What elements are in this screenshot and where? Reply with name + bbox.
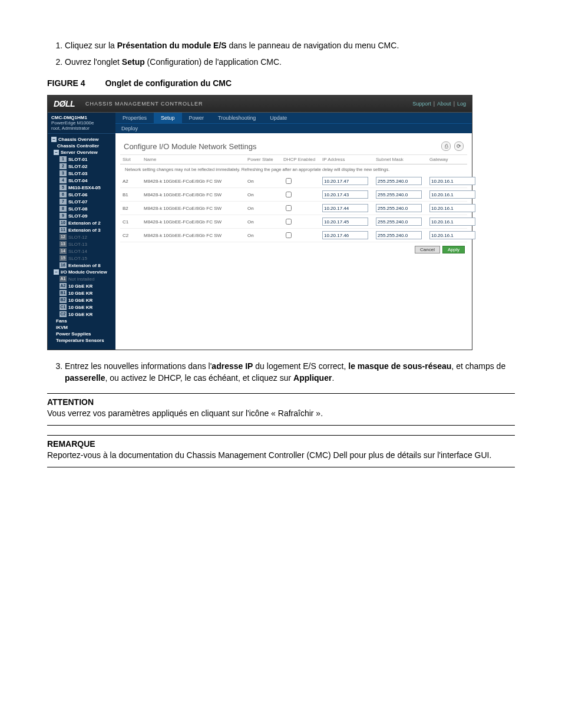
tree-iom[interactable]: B110 GbE KR xyxy=(50,289,113,297)
tree-iom[interactable]: C110 GbE KR xyxy=(50,304,113,311)
tree-slot[interactable]: 5M610-ESX4-05 xyxy=(50,184,113,191)
iom-badge: C2 xyxy=(59,311,67,317)
collapse-icon[interactable]: − xyxy=(54,269,59,275)
dhcp-checkbox[interactable] xyxy=(286,178,292,184)
tree-slot[interactable]: 14SLOT-14 xyxy=(50,248,113,255)
cmc-sidebar: CMC-DMQ1HM1 PowerEdge M1000e root, Admin… xyxy=(48,113,115,350)
figure-caption: FIGURE 4 Onglet de configuration du CMC xyxy=(47,78,515,88)
cell-power: On xyxy=(247,233,280,238)
gateway-input[interactable] xyxy=(429,177,475,185)
gateway-input[interactable] xyxy=(429,218,475,226)
tree-fans[interactable]: Fans xyxy=(50,318,113,324)
tree-slot[interactable]: 6SLOT-06 xyxy=(50,191,113,198)
gateway-input[interactable] xyxy=(429,190,475,199)
slot-label: Extension of 8 xyxy=(68,263,101,268)
attention-block: ATTENTION Vous verrez vos paramètres app… xyxy=(47,393,515,426)
tree-slot[interactable]: 3SLOT-03 xyxy=(50,170,113,177)
slot-badge: 15 xyxy=(59,255,67,261)
iom-label: 10 GbE KR xyxy=(68,305,92,310)
tree-iom[interactable]: C210 GbE KR xyxy=(50,311,113,318)
step-2: Ouvrez l'onglet Setup (Configuration) de… xyxy=(65,57,515,68)
tree-ikvm[interactable]: iKVM xyxy=(50,324,113,331)
tree-iom[interactable]: A1Not Installed xyxy=(50,275,113,282)
dhcp-checkbox[interactable] xyxy=(286,205,292,211)
tree-server-overview[interactable]: − Server Overview xyxy=(50,149,113,156)
slot-badge: 4 xyxy=(59,177,67,183)
tree-slot[interactable]: 4SLOT-04 xyxy=(50,177,113,184)
dhcp-checkbox[interactable] xyxy=(286,219,292,225)
tree-iom[interactable]: B210 GbE KR xyxy=(50,297,113,304)
grid-note: Network setting changes may not be refle… xyxy=(120,164,467,174)
instruction-list-cont: Entrez les nouvelles informations dans l… xyxy=(47,361,515,384)
tree-slot[interactable]: 15SLOT-15 xyxy=(50,255,113,262)
tree-power-supplies[interactable]: Power Supplies xyxy=(50,331,113,337)
tree-io-module-overview[interactable]: − I/O Module Overview xyxy=(50,269,113,275)
header-links: Support|About|Log xyxy=(412,101,466,107)
tree-temperature-sensors[interactable]: Temperature Sensors xyxy=(50,337,113,344)
gateway-input[interactable] xyxy=(429,204,475,212)
ip-input[interactable] xyxy=(322,177,368,185)
tab-properties[interactable]: Properties xyxy=(115,113,154,123)
cancel-button[interactable]: Cancel xyxy=(415,246,440,253)
link-support[interactable]: Support xyxy=(412,101,431,107)
tab-power[interactable]: Power xyxy=(182,113,211,123)
ip-input[interactable] xyxy=(322,190,368,199)
apply-button[interactable]: Apply xyxy=(442,246,465,253)
iom-label: 10 GbE KR xyxy=(68,284,92,289)
dell-logo: DØLL xyxy=(54,99,75,108)
table-row: C1M8428-k 10GbEE-FCoE/8Gb FC SWOn xyxy=(120,215,467,229)
refresh-icon[interactable]: ⟳ xyxy=(454,141,464,151)
table-row: B2M8428-k 10GbEE-FCoE/8Gb FC SWOn xyxy=(120,202,467,215)
tree-chassis-controller[interactable]: Chassis Controller xyxy=(50,143,113,149)
dhcp-checkbox[interactable] xyxy=(286,232,292,238)
table-row: C2M8428-k 10GbEE-FCoE/8Gb FC SWOn xyxy=(120,229,467,242)
tree-slot[interactable]: 9SLOT-09 xyxy=(50,212,113,219)
table-row: A2M8428-k 10GbEE-FCoE/8Gb FC SWOn xyxy=(120,174,467,188)
subnet-input[interactable] xyxy=(376,218,422,226)
gateway-input[interactable] xyxy=(429,231,475,239)
subtab-deploy[interactable]: Deploy xyxy=(115,124,144,133)
ip-input[interactable] xyxy=(322,218,368,226)
collapse-icon[interactable]: − xyxy=(54,150,59,155)
slot-label: SLOT-01 xyxy=(68,157,87,162)
tree-chassis-overview[interactable]: − Chassis Overview xyxy=(50,136,113,143)
dhcp-checkbox[interactable] xyxy=(286,192,292,197)
tree-slot[interactable]: 10Extension of 2 xyxy=(50,219,113,226)
io-grid: Slot Name Power State DHCP Enabled IP Ad… xyxy=(120,155,467,257)
tree-slot[interactable]: 13SLOT-13 xyxy=(50,241,113,248)
slot-label: Extension of 2 xyxy=(68,220,101,226)
slot-label: Extension of 3 xyxy=(68,228,101,233)
subnet-input[interactable] xyxy=(376,204,422,212)
ip-input[interactable] xyxy=(322,204,368,212)
tab-troubleshooting[interactable]: Troubleshooting xyxy=(211,113,263,123)
content-title-bar: Configure I/O Module Network Settings ⎙ … xyxy=(120,138,467,155)
tree-slot[interactable]: 12SLOT-12 xyxy=(50,233,113,241)
tree-slot[interactable]: 1SLOT-01 xyxy=(50,156,113,163)
collapse-icon[interactable]: − xyxy=(51,137,57,142)
tabs-row: PropertiesSetupPowerTroubleshootingUpdat… xyxy=(115,113,472,123)
print-icon[interactable]: ⎙ xyxy=(441,141,451,151)
subnet-input[interactable] xyxy=(376,177,422,185)
tree-slot[interactable]: 7SLOT-07 xyxy=(50,198,113,205)
slot-badge: 7 xyxy=(59,199,67,205)
link-about[interactable]: About xyxy=(437,101,451,107)
tab-setup[interactable]: Setup xyxy=(154,113,182,123)
tree-slot[interactable]: 16Extension of 8 xyxy=(50,262,113,269)
table-row: B1M8428-k 10GbEE-FCoE/8Gb FC SWOn xyxy=(120,188,467,202)
cell-name: M8428-k 10GbEE-FCoE/8Gb FC SW xyxy=(144,206,244,211)
cell-slot: C2 xyxy=(123,233,140,238)
iom-badge: B2 xyxy=(59,297,67,303)
tree-slot[interactable]: 8SLOT-08 xyxy=(50,205,113,212)
step-1: Cliquez sur la Présentation du module E/… xyxy=(65,40,515,52)
tab-update[interactable]: Update xyxy=(263,113,294,123)
cell-power: On xyxy=(247,192,280,197)
ip-input[interactable] xyxy=(322,231,368,239)
tree-slot[interactable]: 11Extension of 3 xyxy=(50,226,113,233)
link-log[interactable]: Log xyxy=(457,101,466,107)
subnet-input[interactable] xyxy=(376,190,422,199)
cmc-main: PropertiesSetupPowerTroubleshootingUpdat… xyxy=(115,113,472,350)
tree-slot[interactable]: 2SLOT-02 xyxy=(50,163,113,170)
subnet-input[interactable] xyxy=(376,231,422,239)
tree-iom[interactable]: A210 GbE KR xyxy=(50,282,113,289)
subtabs-row: Deploy xyxy=(115,123,472,133)
